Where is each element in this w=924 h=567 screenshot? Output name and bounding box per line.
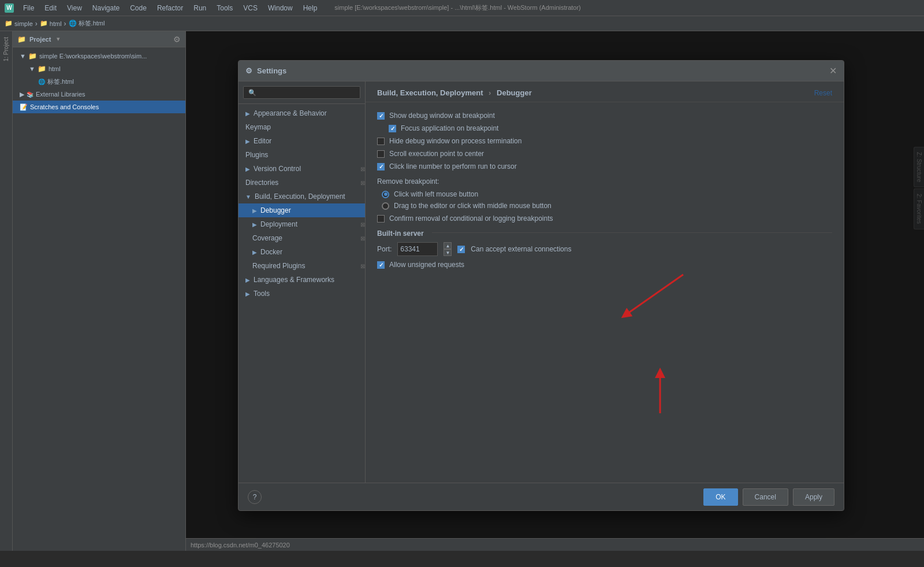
settings-gear-icon[interactable]: ⚙	[173, 35, 181, 44]
content-header: Build, Execution, Deployment › Debugger …	[366, 81, 844, 102]
folder-html-icon: 📁	[38, 65, 46, 73]
ok-button[interactable]: OK	[703, 488, 737, 506]
radio-drag-label: Drag to the editor or click with middle …	[394, 202, 552, 210]
nav-debugger[interactable]: ▶ Debugger	[239, 203, 365, 217]
breadcrumb-html[interactable]: 📁 html	[40, 20, 62, 27]
vcs-sync-icon: ⊠	[360, 166, 365, 172]
nav-tools[interactable]: ▶ Tools	[239, 287, 365, 301]
breadcrumb-bar: 📁 simple › 📁 html › 🌐 标签.html	[0, 16, 924, 31]
nav-build[interactable]: ▼ Build, Execution, Deployment	[239, 190, 365, 203]
project-tab[interactable]: 1: Project	[2, 34, 10, 65]
cb-focus-app-label: Focus application on breakpoint	[401, 124, 498, 132]
cb-allow-unsigned-box[interactable]	[377, 261, 385, 269]
nav-directories[interactable]: Directories ⊠	[239, 176, 365, 190]
app-icon: W	[5, 3, 14, 13]
reqplug-sync-icon: ⊠	[360, 263, 365, 269]
settings-dialog: ⚙ Settings ✕ ▶	[238, 60, 844, 511]
cb-click-line-box[interactable]	[377, 163, 385, 171]
cb-hide-debug-label: Hide debug window on process termination	[389, 137, 521, 145]
nav-vcs[interactable]: ▶ Version Control ⊠	[239, 162, 365, 176]
nav-deployment-label: Deployment	[260, 220, 297, 228]
port-label: Port:	[377, 245, 392, 253]
cb-hide-debug-box[interactable]	[377, 138, 385, 145]
folder-simple-icon: 📁	[28, 52, 37, 60]
port-down-button[interactable]: ▼	[444, 249, 452, 256]
menu-refactor[interactable]: Refactor	[152, 3, 188, 13]
menu-tools[interactable]: Tools	[212, 3, 237, 13]
tree-scratches[interactable]: 📝 Scratches and Consoles	[13, 101, 185, 113]
cb-focus-app: Focus application on breakpoint	[377, 124, 832, 132]
expand-editor-icon: ▶	[245, 138, 250, 144]
tree-file[interactable]: 🌐 标签.html	[13, 75, 185, 88]
annotation-arrows2	[614, 367, 729, 483]
nav-languages[interactable]: ▶ Languages & Frameworks	[239, 273, 365, 287]
settings-search-input[interactable]	[243, 86, 360, 99]
cb-confirm-removal-box[interactable]	[377, 215, 385, 223]
dropdown-icon[interactable]: ▾	[57, 35, 60, 43]
nav-required-plugins[interactable]: Required Plugins ⊠	[239, 259, 365, 273]
dir-sync-icon: ⊠	[360, 180, 365, 186]
nav-tools-label: Tools	[254, 290, 270, 298]
cb-confirm-removal: Confirm removal of conditional or loggin…	[377, 214, 832, 223]
status-url: https://blog.csdn.net/m0_46275020	[191, 542, 290, 549]
menu-window[interactable]: Window	[263, 3, 297, 13]
menu-navigate[interactable]: Navigate	[88, 3, 124, 13]
breadcrumb-simple[interactable]: 📁 simple	[5, 20, 33, 27]
nav-plugins[interactable]: Plugins	[239, 148, 365, 162]
cb-confirm-removal-label: Confirm removal of conditional or loggin…	[389, 214, 553, 223]
cb-show-debug-window-box[interactable]	[377, 112, 385, 120]
expand-appearance-icon: ▶	[245, 110, 250, 117]
cb-scroll-exec-box[interactable]	[377, 150, 385, 158]
menu-help[interactable]: Help	[299, 3, 322, 13]
reset-link[interactable]: Reset	[814, 89, 832, 97]
nav-docker[interactable]: ▶ Docker	[239, 245, 365, 259]
built-in-server-section: Built-in server Port: ▲ ▼	[377, 229, 832, 269]
nav-appearance[interactable]: ▶ Appearance & Behavior	[239, 106, 365, 120]
radio-left-mouse-btn[interactable]	[382, 191, 389, 198]
menu-edit[interactable]: Edit	[40, 3, 61, 13]
svg-line-0	[625, 275, 683, 315]
nav-required-plugins-label: Required Plugins	[252, 262, 305, 270]
nav-editor[interactable]: ▶ Editor	[239, 134, 365, 148]
project-panel: 📁 Project ▾ ⚙ ▼ 📁 simple E:\workspaces\w…	[13, 31, 186, 551]
menu-view[interactable]: View	[62, 3, 87, 13]
nav-appearance-label: Appearance & Behavior	[254, 109, 327, 117]
help-button[interactable]: ?	[248, 490, 262, 504]
nav-coverage[interactable]: Coverage ⊠	[239, 231, 365, 245]
expand-deployment-icon: ▶	[252, 221, 257, 228]
cb-click-line: Click line number to perform run to curs…	[377, 162, 832, 171]
cb-allow-unsigned-label: Allow unsigned requests	[389, 261, 464, 269]
tree-html[interactable]: ▼ 📁 html	[13, 62, 185, 75]
dialog-close-button[interactable]: ✕	[829, 65, 837, 76]
cb-focus-app-box[interactable]	[389, 125, 396, 132]
menu-code[interactable]: Code	[125, 3, 151, 13]
nav-coverage-label: Coverage	[252, 234, 282, 242]
modal-overlay: ⚙ Settings ✕ ▶	[186, 31, 924, 551]
menu-vcs[interactable]: VCS	[239, 3, 262, 13]
radio-drag-btn[interactable]	[382, 202, 389, 210]
nav-keymap[interactable]: Keymap	[239, 120, 365, 134]
breadcrumb-file[interactable]: 🌐 标签.html	[69, 19, 105, 28]
nav-deployment[interactable]: ▶ Deployment ⊠	[239, 217, 365, 231]
breadcrumb-parent: Build, Execution, Deployment	[377, 88, 483, 97]
tree-scratches-label: Scratches and Consoles	[30, 103, 99, 110]
annotation-arrows	[614, 269, 729, 384]
nav-vcs-label: Version Control	[254, 165, 301, 173]
menu-file[interactable]: File	[18, 3, 39, 13]
port-input[interactable]	[397, 242, 438, 256]
tree-simple[interactable]: ▼ 📁 simple E:\workspaces\webstrom\sim...	[13, 50, 185, 62]
menu-run[interactable]: Run	[189, 3, 211, 13]
cb-can-accept-box[interactable]	[457, 246, 465, 253]
expand-languages-icon: ▶	[245, 277, 250, 283]
menu-bar: W File Edit View Navigate Code Refactor …	[0, 0, 924, 16]
remove-breakpoint-label: Remove breakpoint:	[377, 177, 832, 186]
apply-button[interactable]: Apply	[793, 488, 834, 506]
deploy-sync-icon: ⊠	[360, 221, 365, 228]
port-up-button[interactable]: ▲	[444, 242, 452, 249]
cancel-button[interactable]: Cancel	[743, 488, 788, 506]
expand-icon: ▼	[20, 53, 26, 60]
tree-external[interactable]: ▶ 📚 External Libraries	[13, 88, 185, 101]
settings-tree: ▶ Appearance & Behavior Keymap ▶ Editor	[239, 81, 366, 483]
cb-hide-debug: Hide debug window on process termination	[377, 137, 832, 145]
settings-gear-dialog-icon: ⚙	[245, 66, 252, 75]
